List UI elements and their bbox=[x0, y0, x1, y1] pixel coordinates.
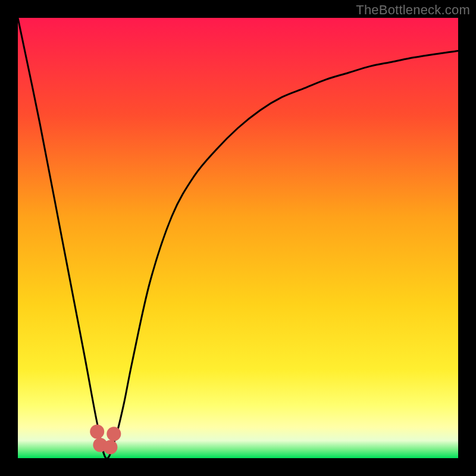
chart-frame: TheBottleneck.com bbox=[0, 0, 476, 476]
optimal-marker bbox=[107, 427, 121, 441]
optimal-marker bbox=[103, 440, 117, 455]
optimal-marker bbox=[90, 425, 104, 439]
attribution-label: TheBottleneck.com bbox=[356, 2, 470, 18]
gradient-background bbox=[18, 18, 458, 458]
chart-svg bbox=[18, 18, 458, 458]
plot-area bbox=[18, 18, 458, 458]
